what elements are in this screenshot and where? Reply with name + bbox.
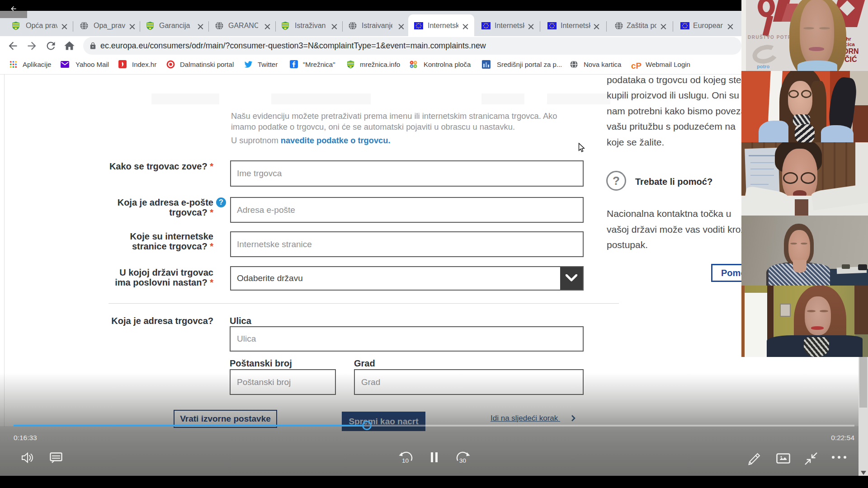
svg-text:10: 10 (402, 457, 409, 464)
svg-text:30: 30 (459, 457, 466, 464)
